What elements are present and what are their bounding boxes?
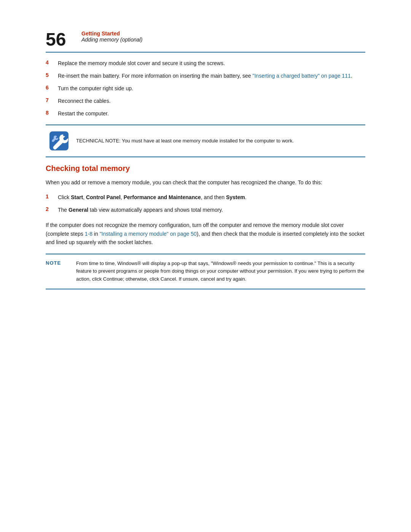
note-text: From time to time, Windows® will display… xyxy=(76,260,365,283)
bold-general: General xyxy=(68,207,88,213)
wrench-icon xyxy=(49,131,69,151)
install-memory-link[interactable]: "Installing a memory module" on page 50 xyxy=(100,231,197,237)
step-item-4: 4 Replace the memory module slot cover a… xyxy=(46,59,365,67)
step-item-8: 8 Restart the computer. xyxy=(46,110,365,118)
step-number-4: 4 xyxy=(46,59,58,66)
section-step-text-1: Click Start, Control Panel, Performance … xyxy=(58,193,365,201)
step-text-4: Replace the memory module slot cover and… xyxy=(58,59,365,67)
step-text-5: Re-insert the main battery. For more inf… xyxy=(58,72,365,80)
section-step-item-2: 2 The General tab view automatically app… xyxy=(46,206,365,214)
note-label: NOTE xyxy=(46,260,76,266)
tech-note-icon-container xyxy=(46,131,72,151)
step-number-6: 6 xyxy=(46,85,58,91)
step-text-7: Reconnect the cables. xyxy=(58,97,365,105)
section-step-number-1: 1 xyxy=(46,193,58,200)
tech-note-text: TECHNICAL NOTE: You must have at least o… xyxy=(72,137,365,145)
page-container: 56 Getting Started Adding memory (option… xyxy=(0,0,411,532)
header-subtitle: Adding memory (optional) xyxy=(81,37,142,43)
steps-section-list: 1 Click Start, Control Panel, Performanc… xyxy=(46,193,365,214)
step-item-6: 6 Turn the computer right side up. xyxy=(46,85,365,93)
step-text-8: Restart the computer. xyxy=(58,110,365,118)
step-item-5: 5 Re-insert the main battery. For more i… xyxy=(46,72,365,80)
bold-performance: Performance and Maintenance xyxy=(124,194,201,200)
page-header: 56 Getting Started Adding memory (option… xyxy=(46,30,365,53)
step-number-5: 5 xyxy=(46,72,58,78)
header-title: Getting Started xyxy=(81,30,142,37)
step-text-6: Turn the computer right side up. xyxy=(58,85,365,93)
technical-note-box: TECHNICAL NOTE: You must have at least o… xyxy=(46,125,365,157)
section-intro: When you add or remove a memory module, … xyxy=(46,178,365,187)
section-step-number-2: 2 xyxy=(46,206,58,212)
section-step-text-2: The General tab view automatically appea… xyxy=(58,206,365,214)
step-number-8: 8 xyxy=(46,110,58,116)
bold-control-panel: Control Panel xyxy=(86,194,121,200)
step-item-7: 7 Reconnect the cables. xyxy=(46,97,365,105)
body-paragraph: If the computer does not recognize the m… xyxy=(46,221,365,246)
section-heading: Checking total memory xyxy=(46,164,365,173)
note-box: NOTE From time to time, Windows® will di… xyxy=(46,254,365,289)
step-number-7: 7 xyxy=(46,97,58,103)
steps-link[interactable]: 1-8 xyxy=(85,231,92,237)
header-text: Getting Started Adding memory (optional) xyxy=(81,30,142,43)
bold-start: Start xyxy=(71,194,83,200)
section-step-item-1: 1 Click Start, Control Panel, Performanc… xyxy=(46,193,365,201)
steps-top-list: 4 Replace the memory module slot cover a… xyxy=(46,59,365,118)
battery-link[interactable]: "Inserting a charged battery" on page 11… xyxy=(253,73,351,79)
bold-system: System xyxy=(226,194,245,200)
page-number: 56 xyxy=(46,30,72,49)
